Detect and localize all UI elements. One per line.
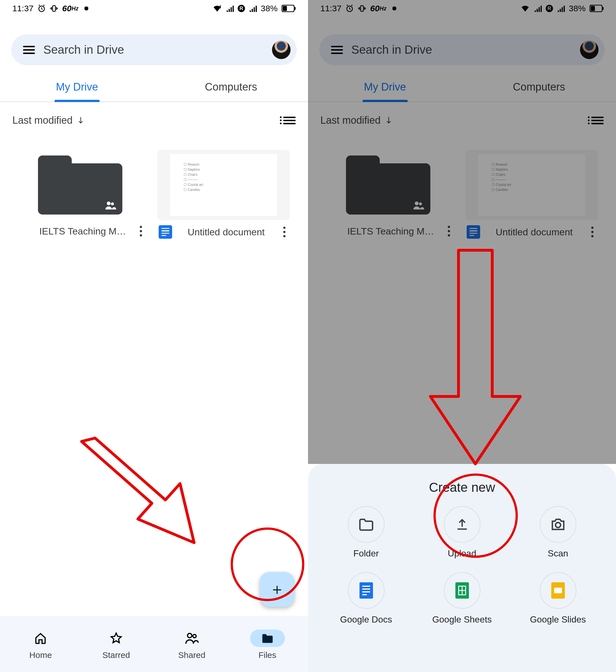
- right-screenshot: 11:37 60Hz R 38% Search in Drive: [308, 0, 616, 672]
- roaming-badge: R: [238, 5, 245, 12]
- star-icon: [110, 632, 122, 644]
- item-label: Untitled document: [177, 226, 276, 238]
- status-time: 11:37: [12, 4, 33, 13]
- folder-filled-icon: [261, 633, 274, 644]
- refresh-rate: 60Hz: [62, 4, 78, 13]
- sheet-docs[interactable]: Google Docs: [318, 572, 414, 625]
- battery-icon: [281, 5, 295, 12]
- sheet-slides[interactable]: Google Slides: [510, 572, 606, 625]
- list-view-icon[interactable]: [280, 117, 295, 124]
- status-bar: 11:37 60Hz: [0, 0, 308, 17]
- annotation-arrow: [65, 430, 225, 551]
- svg-rect-1: [53, 6, 55, 11]
- sheet-folder[interactable]: Folder: [318, 506, 414, 559]
- google-slides-icon: [551, 582, 565, 599]
- nav-starred[interactable]: Starred: [99, 630, 134, 660]
- create-fab[interactable]: ＋: [259, 572, 294, 607]
- tab-my-drive[interactable]: My Drive: [0, 71, 154, 102]
- battery-pct: 38%: [261, 4, 277, 13]
- plus-icon: ＋: [269, 579, 285, 600]
- upload-icon: [455, 517, 469, 531]
- wifi-icon: [212, 4, 222, 13]
- tabs: My Drive Computers: [0, 71, 308, 102]
- sort-button[interactable]: Last modified: [12, 114, 84, 126]
- home-icon: [34, 632, 47, 644]
- avatar[interactable]: [272, 40, 290, 59]
- arrow-down-icon: [77, 116, 84, 125]
- vibrate-icon: [50, 4, 58, 13]
- doc-item[interactable]: ☐ Reason ☐ Napkins ☐ Chairs ☐ ——— ☐ Crys…: [157, 150, 290, 239]
- more-icon[interactable]: [137, 226, 145, 236]
- folder-item[interactable]: IELTS Teaching M…: [14, 150, 146, 239]
- hamburger-icon[interactable]: [23, 46, 35, 54]
- docs-icon: [159, 225, 172, 239]
- folder-icon: [38, 155, 122, 215]
- more-icon[interactable]: [280, 227, 288, 237]
- svg-rect-4: [294, 7, 295, 10]
- signal-icon-2: [249, 5, 257, 12]
- doc-preview: ☐ Reason ☐ Napkins ☐ Chairs ☐ ——— ☐ Crys…: [170, 154, 277, 216]
- svg-point-8: [193, 635, 196, 638]
- nav-files[interactable]: Files: [250, 630, 285, 660]
- search-bar[interactable]: Search in Drive: [11, 34, 297, 65]
- bottom-nav: Home Starred Shared Files: [0, 616, 308, 672]
- search-placeholder: Search in Drive: [43, 43, 263, 57]
- people-icon: [185, 632, 199, 644]
- alarm-icon: [37, 4, 46, 13]
- svg-point-5: [107, 202, 110, 205]
- folder-outline-icon: [359, 518, 374, 531]
- shared-icon: [105, 201, 116, 209]
- sheet-sheets[interactable]: Google Sheets: [414, 572, 510, 625]
- google-sheets-icon: [455, 582, 469, 599]
- sheet-title: Create new: [318, 480, 606, 495]
- svg-point-7: [187, 633, 191, 638]
- svg-point-6: [111, 202, 114, 206]
- create-new-sheet: Create new Folder Upload Scan Google Doc…: [308, 464, 616, 672]
- item-label: IELTS Teaching M…: [33, 225, 132, 237]
- scrim[interactable]: [308, 0, 616, 464]
- signal-icon-1: [226, 5, 234, 12]
- sheet-scan[interactable]: Scan: [510, 506, 606, 559]
- tab-computers[interactable]: Computers: [154, 71, 308, 102]
- svg-point-16: [556, 522, 561, 527]
- svg-rect-3: [283, 6, 287, 11]
- fan-icon: [82, 4, 90, 12]
- left-screenshot: 11:37 60Hz: [0, 0, 308, 672]
- google-docs-icon: [360, 582, 373, 599]
- nav-shared[interactable]: Shared: [174, 630, 209, 660]
- camera-icon: [550, 518, 566, 531]
- nav-home[interactable]: Home: [23, 630, 58, 660]
- sheet-upload[interactable]: Upload: [414, 506, 510, 559]
